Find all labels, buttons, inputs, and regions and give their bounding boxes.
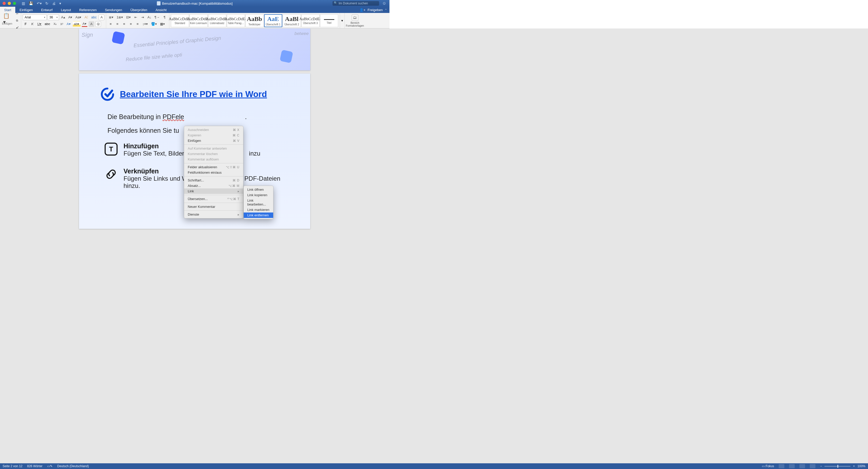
styles-more[interactable]: ▾ [340,13,345,28]
collapse-ribbon-icon[interactable]: ⌃ [385,8,387,11]
bold-icon[interactable]: F [23,21,29,27]
outdent-icon[interactable]: ⇤ [133,14,138,20]
share-button[interactable]: Freigeben [367,8,383,12]
decor-text: Sign [82,32,93,38]
styles-pane-button[interactable]: 🗂 Bereich Formatvorlagen [345,13,365,28]
font-name-input[interactable]: Arial [23,14,46,20]
tab-referenzen[interactable]: Referenzen [75,7,101,13]
styles-pane-icon: 🗂 [352,14,359,21]
styles-pane-label: Bereich Formatvorlagen [346,22,364,27]
tab-start[interactable]: Start [0,7,15,13]
line-spacing-icon[interactable]: ↕≡▾ [142,21,149,27]
sort-icon[interactable]: A↓ [146,14,152,20]
ctx-sub-link-markieren[interactable]: Link markieren [244,207,273,210]
close-window[interactable] [3,2,6,5]
tab-layout[interactable]: Layout [57,7,75,13]
tab-sendungen[interactable]: Sendungen [101,7,126,13]
autosave-icon[interactable]: ▥ [22,1,25,5]
ctx-felder-aktualisieren[interactable]: Felder aktualisieren⌥⇧⌘ U [184,164,243,170]
style-tile--berschrift-1[interactable]: AaEÜberschrift 1 [264,14,282,27]
save-icon[interactable]: 💾 [29,1,33,5]
change-case-icon[interactable]: Aa▾ [74,14,82,20]
ltr-icon[interactable]: ¶→ [154,14,161,20]
show-marks-icon[interactable]: ¶ [162,14,167,20]
decor-text: Reduce file size while opti [125,52,182,63]
multilevel-icon[interactable]: ⊟▾ [125,14,132,20]
heading-1[interactable]: Bearbeiten Sie Ihre PDF wie in Word [120,89,267,99]
ctx-sub-link-bearbeiten-[interactable]: Link bearbeiten... [244,198,273,207]
borders-icon[interactable]: ▦▾ [159,21,166,27]
ctx-feldfunktionen-ein-aus[interactable]: Feldfunktionen ein/aus [184,170,243,175]
distributed-icon[interactable]: ≡ [135,21,141,27]
align-center-icon[interactable]: ≡ [115,21,120,27]
tab-entwurf[interactable]: Entwurf [37,7,57,13]
document-title: Benutzerhandbuch-mac [Kompatibilitätsmod… [157,1,232,5]
ctx-neuer-kommentar[interactable]: Neuer Kommentar [184,204,243,209]
underline-icon[interactable]: U▾ [36,21,42,27]
ctx-ausschneiden: Ausschneiden⌘ X [184,127,243,133]
grow-font-icon[interactable]: A▴ [60,14,66,20]
ctx-schriftart-[interactable]: Schriftart...⌘ D [184,177,243,183]
style-tile-titel[interactable]: Titel [320,14,338,27]
ctx-absatz-[interactable]: Absatz...⌥⌘ M [184,183,243,189]
qat-more-icon[interactable]: ▾ [59,1,61,5]
copy-icon[interactable]: ⧉ [14,18,20,24]
ctx-sub-link-kopieren[interactable]: Link kopieren [244,192,273,198]
share-icon[interactable]: 👤+ [360,8,366,12]
style-tile-table-parag-[interactable]: AaBbCcDdEeTable Parag… [227,14,245,27]
font-color-icon[interactable]: A▾ [82,21,88,27]
char-shading-icon[interactable]: A [89,21,94,27]
context-submenu-link[interactable]: Link öffnenLink kopierenLink bearbeiten.… [243,186,274,210]
zoom-window[interactable] [13,2,16,5]
text-effects-icon[interactable]: A▾ [65,21,72,27]
style-tile-standard[interactable]: AaBbCcDdEeStandard [171,14,189,27]
paste-icon[interactable]: 📋▾ [2,16,12,22]
bullets-icon[interactable]: ≣▾ [108,14,115,20]
style-tile-textk-rper[interactable]: AaBbTextkörper [246,14,264,27]
window-controls [3,2,16,5]
minimize-window[interactable] [8,2,11,5]
char-border-icon[interactable]: A [99,14,104,20]
decor-tile-icon [280,50,293,63]
align-left-icon[interactable]: ≡ [108,21,114,27]
body-line-1[interactable]: Die Bearbeitung in PDFele. [107,112,289,122]
style-tile--berschrift-2[interactable]: AaBlÜberschrift 2 [283,14,301,27]
tab-einfuegen[interactable]: Einfügen [15,7,37,13]
clear-format-icon[interactable]: A⃥ [83,14,89,20]
search-input[interactable]: Im Dokument suchen [333,1,379,6]
undo-icon[interactable]: ↶▾ [37,1,42,5]
print-icon[interactable]: 🖨 [52,1,56,5]
context-menu[interactable]: Ausschneiden⌘ XKopieren⌘ CEinfügen⌘ VAuf… [184,126,243,210]
font-size-input[interactable]: 36 [48,14,59,20]
justify-icon[interactable]: ≡ [128,21,134,27]
superscript-icon[interactable]: X² [59,21,64,27]
document-icon [157,1,160,5]
strike-icon[interactable]: abc [43,21,51,27]
link-icon [104,167,118,181]
style-tile--berschrift-3[interactable]: AaBbCcDdEeÜberschrift 3 [302,14,319,27]
ctx-sub-link-ffnen[interactable]: Link öffnen [244,187,273,192]
spellcheck-word[interactable]: PDFele [163,113,184,120]
style-tile-kein-leerraum[interactable]: AaBbCcDdEeKein Leerraum [190,14,208,27]
text: Die Bearbeitung in [107,113,163,120]
highlight-icon[interactable]: ab▾ [73,21,80,27]
indent-icon[interactable]: ⇥ [140,14,145,20]
ctx--bersetzen-[interactable]: Übersetzen...^⌥⌘ T [184,196,243,202]
redo-icon[interactable]: ↻ [45,1,49,5]
phonetic-icon[interactable]: abc [90,14,98,20]
enclose-icon[interactable]: ㊙ [95,21,101,27]
shrink-font-icon[interactable]: A▾ [67,14,73,20]
subscript-icon[interactable]: X₂ [52,21,58,27]
tab-ansicht[interactable]: Ansicht [152,7,171,13]
document-area[interactable]: Sign Essential Principles of Graphic Des… [0,29,390,210]
numbering-icon[interactable]: 1≣▾ [116,14,124,20]
shading-icon[interactable]: 🪣▾ [150,21,158,27]
italic-icon[interactable]: K [30,21,35,27]
titlebar: ▥ 💾 ↶▾ ↻ 🖨 ▾ Benutzerhandbuch-mac [Kompa… [0,0,390,7]
align-right-icon[interactable]: ≡ [121,21,127,27]
feedback-icon[interactable]: ☺ [382,1,386,6]
ctx-einf-gen[interactable]: Einfügen⌘ V [184,138,243,143]
tab-ueberpruefen[interactable]: Überprüfen [126,7,152,13]
style-tile-listenabsatz[interactable]: AaBbCcDdEeListenabsatz [208,14,226,27]
ctx-link[interactable]: Link▸ [184,189,243,194]
